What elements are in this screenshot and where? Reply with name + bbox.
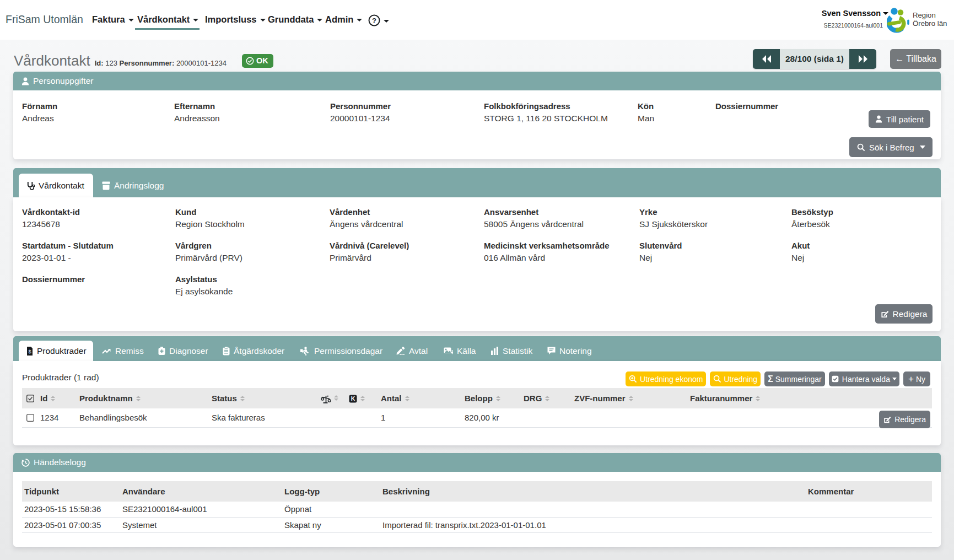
svg-text:Region: Region [913, 11, 936, 19]
svg-text:K: K [351, 396, 355, 402]
svg-text:Örebro län: Örebro län [913, 19, 947, 28]
svg-text:$: $ [28, 348, 31, 354]
svg-text:?: ? [372, 17, 376, 25]
